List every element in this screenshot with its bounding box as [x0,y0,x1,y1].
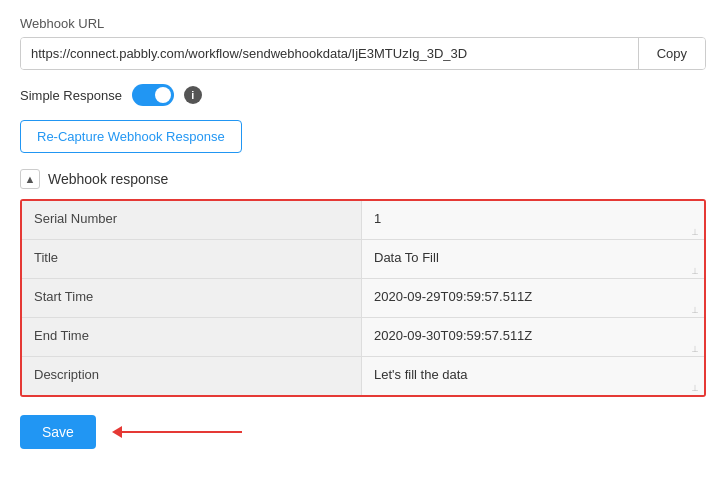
webhook-response-header: ▲ Webhook response [20,169,706,189]
toggle-thumb [155,87,171,103]
resize-handle-icon: ⟂ [692,266,702,276]
response-key: Start Time [22,279,362,317]
table-row: Description⟂ [22,357,704,395]
response-key: Description [22,357,362,395]
response-key: Title [22,240,362,278]
table-row: Start Time⟂ [22,279,704,318]
response-key: End Time [22,318,362,356]
simple-response-label: Simple Response [20,88,122,103]
simple-response-toggle[interactable] [132,84,174,106]
table-row: Title⟂ [22,240,704,279]
arrow-head [112,426,122,438]
copy-button[interactable]: Copy [638,38,705,69]
response-key: Serial Number [22,201,362,239]
resize-handle-icon: ⟂ [692,383,702,393]
info-icon[interactable]: i [184,86,202,104]
webhook-url-label: Webhook URL [20,16,706,31]
collapse-icon[interactable]: ▲ [20,169,40,189]
table-row: Serial Number⟂ [22,201,704,240]
arrow-line [122,431,242,433]
response-value-input[interactable] [362,240,704,275]
response-value-input[interactable] [362,318,704,353]
save-button[interactable]: Save [20,415,96,449]
response-value-input[interactable] [362,201,704,236]
footer-row: Save [20,415,706,449]
webhook-response-section: ▲ Webhook response Serial Number⟂Title⟂S… [20,169,706,397]
resize-handle-icon: ⟂ [692,227,702,237]
table-row: End Time⟂ [22,318,704,357]
toggle-track [132,84,174,106]
response-table: Serial Number⟂Title⟂Start Time⟂End Time⟂… [20,199,706,397]
webhook-url-input[interactable] [21,38,638,69]
arrow-indicator [112,426,242,438]
simple-response-row: Simple Response i [20,84,706,106]
webhook-url-row: Copy [20,37,706,70]
response-value-input[interactable] [362,279,704,314]
webhook-response-title: Webhook response [48,171,168,187]
resize-handle-icon: ⟂ [692,344,702,354]
response-value-input[interactable] [362,357,704,392]
recapture-webhook-button[interactable]: Re-Capture Webhook Response [20,120,242,153]
resize-handle-icon: ⟂ [692,305,702,315]
